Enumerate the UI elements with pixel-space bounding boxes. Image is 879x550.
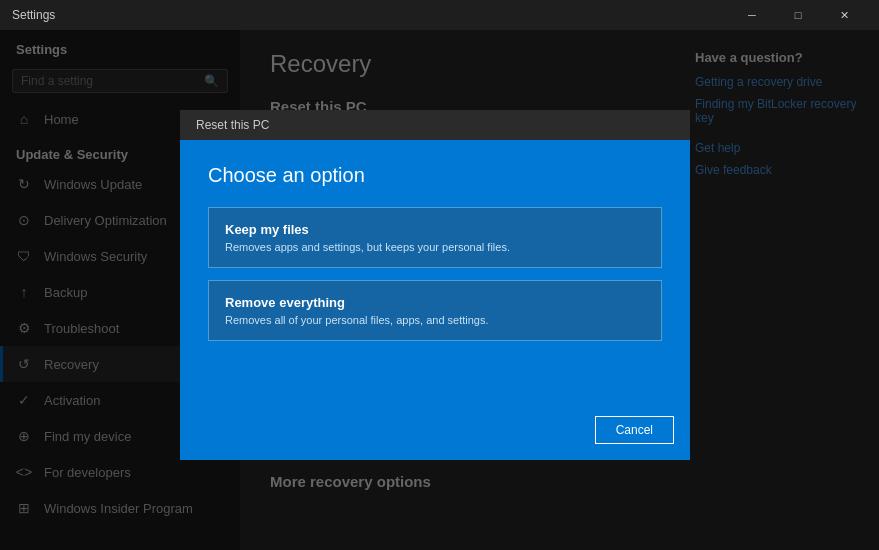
title-bar-text: Settings [12, 8, 729, 22]
remove-everything-title: Remove everything [225, 295, 645, 310]
cancel-button[interactable]: Cancel [595, 416, 674, 444]
modal-overlay: Reset this PC Choose an option Keep my f… [0, 30, 879, 550]
dialog-body: Choose an option Keep my files Removes a… [180, 140, 690, 404]
title-bar-controls: ─ □ ✕ [729, 0, 867, 30]
dialog-footer: Cancel [180, 404, 690, 460]
remove-everything-option[interactable]: Remove everything Removes all of your pe… [208, 280, 662, 341]
close-button[interactable]: ✕ [821, 0, 867, 30]
dialog-header: Reset this PC [180, 110, 690, 140]
reset-pc-dialog: Reset this PC Choose an option Keep my f… [180, 110, 690, 460]
minimize-button[interactable]: ─ [729, 0, 775, 30]
dialog-title: Choose an option [208, 164, 662, 187]
maximize-button[interactable]: □ [775, 0, 821, 30]
keep-files-option[interactable]: Keep my files Removes apps and settings,… [208, 207, 662, 268]
title-bar: Settings ─ □ ✕ [0, 0, 879, 30]
keep-files-description: Removes apps and settings, but keeps you… [225, 241, 645, 253]
remove-everything-description: Removes all of your personal files, apps… [225, 314, 645, 326]
keep-files-title: Keep my files [225, 222, 645, 237]
